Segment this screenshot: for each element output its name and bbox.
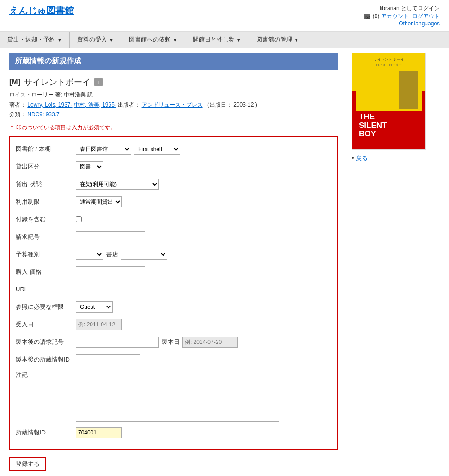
include-appendix-checkbox[interactable]	[76, 216, 82, 222]
checkout-status-select[interactable]: 在架(利用可能)	[76, 179, 159, 190]
checkout-type-select[interactable]: 図書	[76, 161, 103, 172]
main-nav: 貸出・返却・予約▼ 資料の受入▼ 図書館への依頼▼ 開館日と催し物▼ 図書館の管…	[0, 32, 449, 48]
pub-date: 2003-12	[233, 102, 254, 108]
loan-limit-select[interactable]: 通常期間貸出	[76, 196, 122, 207]
binding-date-label: 製本日	[162, 338, 180, 346]
page-title: 所蔵情報の新規作成	[9, 53, 338, 70]
url-input[interactable]	[76, 284, 288, 295]
item-id-input[interactable]	[76, 427, 122, 438]
mail-icon: ✉	[364, 14, 370, 19]
binding-call-label: 製本後の請求記号	[16, 338, 76, 346]
logout-link[interactable]: ログアウト	[412, 13, 440, 19]
checkout-status-label: 貸出 状態	[16, 180, 76, 188]
binding-date-input[interactable]	[182, 337, 238, 348]
nav-item-requests[interactable]: 図書館への依頼▼	[121, 32, 185, 48]
cover-author-text: ロイス・ローリー	[356, 63, 422, 67]
account-link[interactable]: アカウント	[381, 13, 409, 19]
library-select[interactable]: 春日図書館	[76, 144, 131, 155]
receive-date-input[interactable]	[76, 319, 122, 330]
author1-link[interactable]: Lowry, Lois, 1937-	[27, 102, 72, 108]
classification-link[interactable]: NDC9: 933.7	[27, 111, 59, 118]
pub-date-label: （出版日：	[204, 102, 232, 108]
book-title: サイレントボーイ	[24, 77, 91, 88]
item-form: 図書館 / 本棚 春日図書館 First shelf 貸出区分 図書	[9, 136, 338, 450]
price-input[interactable]	[76, 266, 145, 277]
include-appendix-label: 付録を含む	[16, 215, 76, 223]
call-number-label: 請求記号	[16, 233, 76, 241]
budget-type-select[interactable]	[76, 249, 103, 260]
other-languages-link[interactable]: Other languages	[399, 20, 440, 27]
bookstore-label: 書店	[106, 250, 118, 259]
book-cover: サイレント ボーイ ロイス・ローリー THE SILENT BOY	[352, 53, 426, 150]
publisher-link[interactable]: アンドリュース・プレス	[142, 102, 203, 108]
access-rights-label: 参照に必要な権限	[16, 303, 76, 311]
checkout-type-label: 貸出区分	[16, 163, 76, 171]
bookstore-select[interactable]	[121, 249, 167, 260]
url-label: URL	[16, 286, 76, 293]
required-note: ＊ 印のついている項目は入力が必須です。	[9, 124, 338, 132]
site-title[interactable]: えんじゅ図書館	[9, 5, 74, 17]
binding-id-input[interactable]	[76, 354, 140, 365]
message-count: (0)	[373, 13, 380, 19]
submit-button[interactable]: 登録する	[9, 457, 46, 471]
back-link[interactable]: 戻る	[356, 155, 368, 162]
nav-item-calendar[interactable]: 開館日と催し物▼	[185, 32, 249, 48]
nav-item-checkout[interactable]: 貸出・返却・予約▼	[0, 32, 69, 48]
call-number-input[interactable]	[76, 231, 145, 242]
nav-item-admin[interactable]: 図書館の管理▼	[249, 32, 306, 48]
shelf-select[interactable]: First shelf	[134, 144, 180, 155]
nav-item-acquisition[interactable]: 資料の受入▼	[70, 32, 121, 48]
notes-label: 注記	[16, 371, 76, 379]
loan-limit-label: 利用制限	[16, 198, 76, 206]
receive-date-label: 受入日	[16, 320, 76, 329]
author-label: 著者：	[9, 102, 26, 108]
notes-textarea[interactable]	[76, 371, 279, 422]
book-type-badge: [M]	[9, 78, 20, 86]
cover-figure	[399, 71, 418, 109]
sidebar: サイレント ボーイ ロイス・ローリー THE SILENT BOY 戻る	[347, 48, 449, 476]
author-line: ロイス・ローリー 著; 中村浩美 訳	[9, 90, 338, 100]
classification-label: 分類：	[9, 111, 26, 118]
binding-call-input[interactable]	[76, 337, 159, 348]
cover-title: THE SILENT BOY	[359, 113, 419, 139]
publisher-label: 出版者：	[118, 102, 140, 108]
user-info-text: librarian としてログイン	[380, 5, 440, 12]
library-label: 図書館 / 本棚	[16, 145, 76, 153]
binding-id-label: 製本後の所蔵情報ID	[16, 355, 76, 364]
item-id-label: 所蔵情報ID	[16, 428, 76, 437]
info-icon[interactable]: i	[94, 78, 103, 86]
cover-top-text: サイレント ボーイ	[356, 57, 422, 62]
budget-type-label: 予算種別	[16, 250, 76, 259]
price-label: 購入 価格	[16, 268, 76, 276]
access-rights-select[interactable]: Guest	[76, 301, 113, 313]
author2-link[interactable]: 中村, 浩美, 1965-	[74, 102, 116, 108]
